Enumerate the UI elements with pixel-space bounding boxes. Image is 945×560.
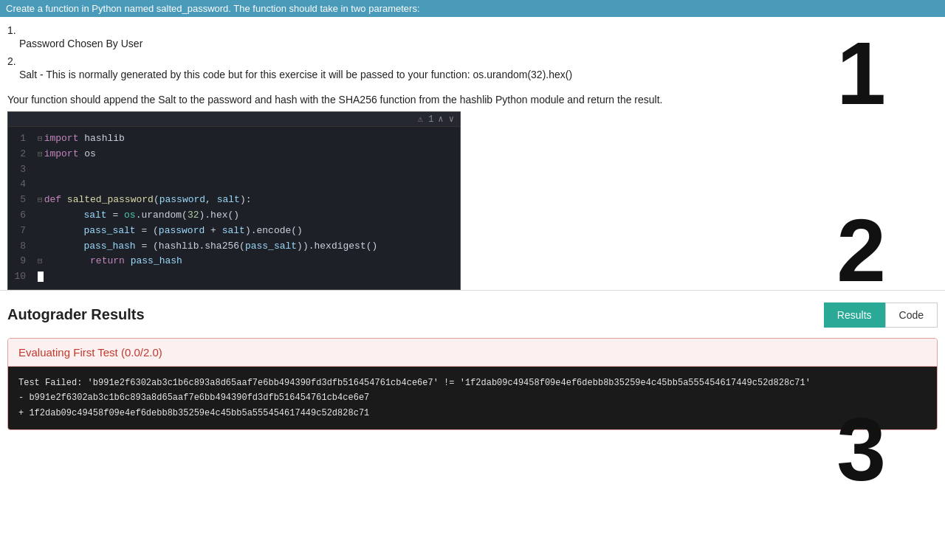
page-wrapper: 1 2 3 Create a function in Python named … bbox=[0, 0, 945, 560]
annotation-number-2: 2 bbox=[836, 199, 886, 301]
annotation-number-3: 3 bbox=[836, 398, 886, 500]
test-result-title: Evaluating First Test (0.0/2.0) bbox=[18, 346, 162, 359]
code-editor[interactable]: ⚠ 1 ∧ ∨ 1 2 3 4 5 6 7 8 9 10 ⊟import has… bbox=[7, 111, 461, 290]
tab-results[interactable]: Results bbox=[824, 303, 885, 328]
annotation-number-1: 1 bbox=[836, 22, 886, 124]
line-numbers: 1 2 3 4 5 6 7 8 9 10 bbox=[8, 127, 32, 289]
test-result-body: Test Failed: 'b991e2f6302ab3c1b6c893a8d6… bbox=[8, 367, 937, 429]
autograder-title: Autograder Results bbox=[7, 306, 145, 323]
code-content[interactable]: ⊟import hashlib ⊟import os ⊟def salted_p… bbox=[32, 127, 460, 289]
collapse-icon[interactable]: ∧ ∨ bbox=[438, 114, 454, 125]
editor-wrapper: ⚠ 1 ∧ ∨ 1 2 3 4 5 6 7 8 9 10 ⊟import has… bbox=[0, 111, 945, 290]
tab-code[interactable]: Code bbox=[885, 303, 938, 328]
autograder-header: Autograder Results Results Code bbox=[7, 303, 938, 328]
instruction-num-1: 1. bbox=[7, 24, 938, 36]
instructions-section: 1. Password Chosen By User 2. Salt - Thi… bbox=[0, 17, 945, 80]
test-result-header: Evaluating First Test (0.0/2.0) bbox=[8, 339, 937, 367]
prompt-bar: Create a function in Python named salted… bbox=[0, 0, 945, 17]
instruction-item-2: 2. Salt - This is normally generated by … bbox=[7, 55, 938, 80]
autograder-section: Autograder Results Results Code Evaluati… bbox=[0, 290, 945, 438]
instruction-num-2: 2. bbox=[7, 55, 938, 67]
description-text: Your function should append the Salt to … bbox=[0, 86, 945, 111]
editor-header: ⚠ 1 ∧ ∨ bbox=[8, 112, 460, 127]
tab-buttons: Results Code bbox=[824, 303, 938, 328]
warning-indicator: ⚠ 1 bbox=[418, 114, 434, 125]
editor-body: 1 2 3 4 5 6 7 8 9 10 ⊟import hashlib ⊟im… bbox=[8, 127, 460, 289]
instruction-item-1: 1. Password Chosen By User bbox=[7, 24, 938, 49]
prompt-text: Create a function in Python named salted… bbox=[6, 3, 420, 14]
instruction-text-1: Password Chosen By User bbox=[19, 38, 938, 49]
instruction-text-2: Salt - This is normally generated by thi… bbox=[19, 69, 938, 80]
test-result-box: Evaluating First Test (0.0/2.0) Test Fai… bbox=[7, 338, 938, 430]
